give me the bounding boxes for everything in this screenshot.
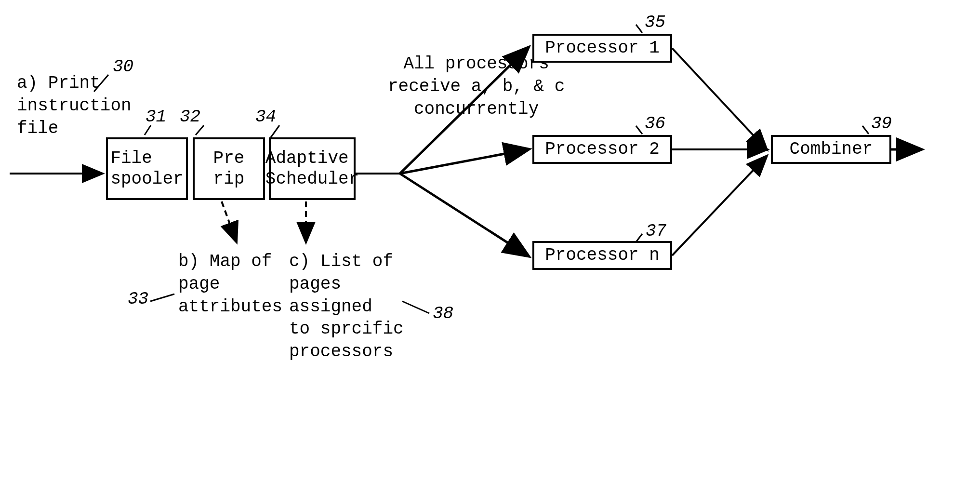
processor-n-label: Processor n — [545, 245, 660, 266]
processor-n-ref: 37 — [646, 221, 666, 241]
svg-line-15 — [271, 125, 279, 137]
processor-1-ref: 35 — [645, 13, 665, 32]
svg-line-14 — [196, 125, 204, 135]
file-spooler-box: File spooler — [106, 137, 188, 200]
svg-line-17 — [636, 126, 642, 134]
svg-line-5 — [400, 174, 528, 255]
pre-rip-output-label: b) Map of page attributes — [178, 251, 282, 318]
pre-rip-box: Pre rip — [193, 137, 265, 200]
svg-line-13 — [145, 125, 151, 135]
pre-rip-output-ref: 33 — [128, 289, 148, 309]
processor-n-box: Processor n — [532, 241, 672, 270]
combiner-box: Combiner — [771, 135, 891, 164]
svg-line-16 — [636, 25, 642, 33]
processor-1-box: Processor 1 — [532, 34, 672, 63]
adaptive-scheduler-box: Adaptive Scheduler — [269, 137, 356, 200]
pre-rip-ref: 32 — [180, 107, 200, 127]
distribution-label: All processors receive a, b, & c concurr… — [388, 53, 565, 121]
adaptive-scheduler-output-ref: 38 — [433, 304, 453, 323]
svg-line-10 — [222, 201, 236, 241]
processor-1-label: Processor 1 — [545, 38, 660, 58]
file-spooler-label: File spooler — [110, 148, 183, 189]
combiner-label: Combiner — [790, 139, 873, 160]
diagram-container: a) Print instruction file 30 File spoole… — [0, 0, 980, 483]
svg-line-19 — [862, 126, 869, 134]
input-label: a) Print instruction file — [17, 72, 132, 140]
svg-line-4 — [400, 149, 528, 174]
adaptive-scheduler-ref: 34 — [255, 107, 276, 127]
pre-rip-label: Pre rip — [199, 148, 259, 189]
processor-2-label: Processor 2 — [545, 139, 660, 160]
svg-line-21 — [402, 301, 429, 313]
svg-line-6 — [672, 48, 766, 149]
svg-line-20 — [150, 294, 174, 301]
adaptive-scheduler-output-label: c) List of pages assigned to sprcific pr… — [289, 251, 404, 363]
processor-2-box: Processor 2 — [532, 135, 672, 164]
input-ref: 30 — [113, 57, 133, 77]
file-spooler-ref: 31 — [146, 107, 166, 127]
combiner-ref: 39 — [871, 114, 892, 134]
processor-2-ref: 36 — [645, 114, 665, 134]
adaptive-scheduler-label: Adaptive Scheduler — [265, 148, 359, 189]
svg-line-8 — [672, 157, 766, 255]
